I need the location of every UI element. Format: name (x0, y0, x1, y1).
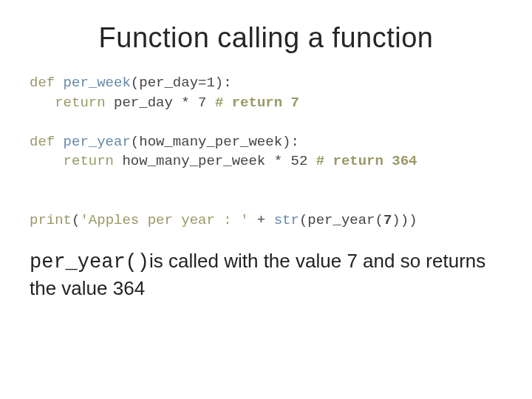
code-indent (30, 95, 55, 111)
code-block: def per_week(per_day=1): return per_day … (30, 73, 502, 231)
slide-title: Function calling a function (30, 22, 502, 54)
code-fn-name: per_week (64, 75, 131, 91)
code-keyword-def: def (30, 75, 64, 91)
code-indent (30, 153, 64, 169)
explanation-text: per_year()is called with the value 7 and… (30, 248, 502, 302)
code-sig: (how_many_per_week): (131, 134, 299, 150)
code-sig: (per_day=1): (131, 75, 232, 91)
code-string: 'Apples per year : ' (80, 212, 248, 228)
code-paren-close: ))) (392, 212, 417, 228)
code-expr: per_day * 7 (114, 95, 215, 111)
code-fn-name: per_year (64, 134, 131, 150)
code-comment: # return 7 (215, 95, 299, 111)
code-paren: ( (72, 212, 80, 228)
code-builtin: str (274, 212, 299, 228)
code-arg: 7 (383, 212, 392, 228)
code-keyword-def: def (30, 134, 64, 150)
code-expr: how_many_per_week * 52 (122, 153, 316, 169)
code-call: (per_year( (299, 212, 383, 228)
code-plus: + (248, 212, 273, 228)
explanation-fn: per_year() (30, 251, 149, 273)
code-comment: # return 364 (316, 153, 417, 169)
code-keyword-return: return (64, 153, 123, 169)
code-keyword-return: return (55, 95, 114, 111)
code-print: print (30, 212, 72, 228)
